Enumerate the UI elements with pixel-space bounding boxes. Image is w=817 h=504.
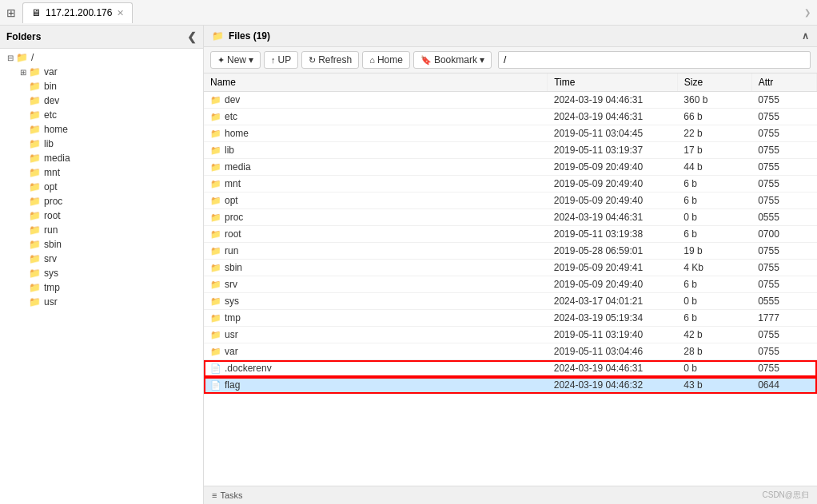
up-button[interactable]: ↑ UP (264, 51, 298, 69)
tree-item-label: mnt (44, 167, 60, 178)
file-time: 2019-05-28 06:59:01 (548, 243, 678, 260)
sidebar-item-lib[interactable]: 📁 lib (0, 137, 203, 151)
file-attr: 0555 (751, 293, 816, 310)
folder-icon: 📁 (29, 124, 41, 135)
table-row[interactable]: 📁dev 2024-03-19 04:46:31 360 b 0755 (204, 92, 817, 109)
table-row[interactable]: 📁var 2019-05-11 03:04:46 28 b 0755 (204, 343, 817, 360)
tab-expand-icon[interactable]: ❯ (804, 8, 811, 17)
refresh-button[interactable]: ↻ Refresh (301, 51, 359, 69)
table-row[interactable]: 📁etc 2024-03-19 04:46:31 66 b 0755 (204, 109, 817, 125)
files-title: Files (19) (229, 30, 270, 42)
folder-icon: 📁 (29, 268, 41, 279)
sidebar-item-proc[interactable]: 📁 proc (0, 194, 203, 208)
table-row[interactable]: 📁mnt 2019-05-09 20:49:40 6 b 0755 (204, 176, 817, 192)
file-size: 0 b (677, 293, 751, 310)
folder-icon: 📁 (210, 112, 221, 122)
sidebar-item-usr[interactable]: 📁 usr (0, 295, 203, 309)
bookmark-button[interactable]: 🔖 Bookmark ▾ (413, 51, 492, 69)
file-time: 2019-05-09 20:49:41 (548, 260, 678, 276)
tree-expand-icon: ⊟ (5, 54, 16, 62)
refresh-label: Refresh (318, 54, 352, 65)
table-row[interactable]: 📁tmp 2024-03-19 05:19:34 6 b 1777 (204, 310, 817, 327)
path-input[interactable] (498, 51, 811, 69)
table-row[interactable]: 📁root 2019-05-11 03:19:38 6 b 0700 (204, 226, 817, 243)
file-time: 2024-03-19 05:19:34 (548, 310, 678, 327)
file-size: 6 b (677, 176, 751, 192)
sidebar-item-tmp[interactable]: 📁 tmp (0, 280, 203, 295)
table-row[interactable]: 📁opt 2019-05-09 20:49:40 6 b 0755 (204, 192, 817, 209)
table-row[interactable]: 📄.dockerenv 2024-03-19 04:46:31 0 b 0755 (204, 360, 817, 377)
home-button[interactable]: ⌂ Home (362, 51, 410, 69)
toolbar: ✦ New ▾ ↑ UP ↻ Refresh ⌂ Home 🔖 Bookmark… (204, 47, 817, 73)
sidebar-item-etc[interactable]: 📁 etc (0, 108, 203, 122)
file-attr: 0755 (751, 327, 816, 343)
connection-tab[interactable]: 🖥 117.21.200.176 ✕ (22, 2, 133, 23)
file-attr: 0755 (751, 159, 816, 176)
folder-icon: 📁 (29, 153, 41, 164)
file-time: 2024-03-19 04:46:31 (548, 360, 678, 377)
folder-icon: 📁 (29, 167, 41, 178)
sidebar-item-opt[interactable]: 📁 opt (0, 180, 203, 194)
file-attr: 0755 (751, 109, 816, 125)
sidebar-item-media[interactable]: 📁 media (0, 151, 203, 165)
sidebar-item-run[interactable]: 📁 run (0, 223, 203, 237)
table-row[interactable]: 📁sbin 2019-05-09 20:49:41 4 Kb 0755 (204, 260, 817, 276)
sidebar-tree[interactable]: ⊟ 📁 / ⊞ 📁 var 📁 bin 📁 dev 📁 etc 📁 home 📁… (0, 49, 203, 504)
table-row[interactable]: 📁lib 2019-05-11 03:19:37 17 b 0755 (204, 142, 817, 159)
file-name: 📁etc (204, 109, 548, 125)
sidebar-item-sys[interactable]: 📁 sys (0, 266, 203, 280)
folder-icon: 📁 (29, 253, 41, 264)
file-attr: 0755 (751, 343, 816, 360)
file-size: 44 b (677, 159, 751, 176)
folder-icon: 📁 (29, 181, 41, 192)
sidebar-item-dev[interactable]: 📁 dev (0, 93, 203, 108)
tree-item-label: bin (44, 81, 57, 92)
sidebar-item-bin[interactable]: 📁 bin (0, 79, 203, 93)
folder-icon: 📁 (210, 313, 221, 323)
sidebar-item-sbin[interactable]: 📁 sbin (0, 237, 203, 252)
folder-icon: 📁 (210, 263, 221, 273)
file-size: 6 b (677, 276, 751, 293)
table-row[interactable]: 📄flag 2024-03-19 04:46:32 43 b 0644 (204, 377, 817, 394)
file-time: 2024-03-19 04:46:31 (548, 109, 678, 125)
file-size: 0 b (677, 360, 751, 377)
files-header: 📁 Files (19) ∧ (204, 26, 817, 47)
folder-icon: 📁 (29, 282, 41, 293)
table-row[interactable]: 📁sys 2024-03-17 04:01:21 0 b 0555 (204, 293, 817, 310)
file-name: 📁dev (204, 92, 548, 109)
file-name: 📁media (204, 159, 548, 176)
file-size: 0 b (677, 209, 751, 226)
file-attr: 0700 (751, 226, 816, 243)
table-row[interactable]: 📁home 2019-05-11 03:04:45 22 b 0755 (204, 125, 817, 142)
tab-icon: 🖥 (31, 7, 41, 18)
refresh-icon: ↻ (309, 55, 316, 65)
tab-close-button[interactable]: ✕ (117, 8, 124, 18)
sidebar-item-home[interactable]: 📁 home (0, 122, 203, 137)
file-table-container[interactable]: Name Time Size Attr 📁dev 2024-03-19 04:4… (204, 73, 817, 486)
new-button[interactable]: ✦ New ▾ (210, 51, 261, 69)
panel-collapse-button[interactable]: ∧ (802, 30, 809, 42)
sidebar-item-mnt[interactable]: 📁 mnt (0, 165, 203, 180)
sidebar-collapse-button[interactable]: ❮ (187, 30, 197, 43)
file-time: 2024-03-17 04:01:21 (548, 293, 678, 310)
tree-item-label: srv (44, 253, 57, 264)
folder-icon: 📁 (210, 196, 221, 206)
table-row[interactable]: 📁proc 2024-03-19 04:46:31 0 b 0555 (204, 209, 817, 226)
folder-icon: 📁 (29, 224, 41, 236)
table-row[interactable]: 📁media 2019-05-09 20:49:40 44 b 0755 (204, 159, 817, 176)
file-name: 📁run (204, 243, 548, 260)
sidebar-header: Folders ❮ (0, 26, 203, 49)
table-row[interactable]: 📁srv 2019-05-09 20:49:40 6 b 0755 (204, 276, 817, 293)
sidebar-item-var[interactable]: ⊞ 📁 var (0, 65, 203, 79)
file-attr: 0755 (751, 192, 816, 209)
sidebar-item-root[interactable]: 📁 root (0, 208, 203, 223)
file-name: 📁mnt (204, 176, 548, 192)
file-name: 📁var (204, 343, 548, 360)
file-size: 360 b (677, 92, 751, 109)
sidebar-item-/[interactable]: ⊟ 📁 / (0, 50, 203, 65)
tree-item-label: tmp (44, 282, 60, 293)
table-row[interactable]: 📁usr 2019-05-11 03:19:40 42 b 0755 (204, 327, 817, 343)
sidebar-item-srv[interactable]: 📁 srv (0, 252, 203, 266)
file-icon: 📄 (210, 380, 221, 391)
table-row[interactable]: 📁run 2019-05-28 06:59:01 19 b 0755 (204, 243, 817, 260)
